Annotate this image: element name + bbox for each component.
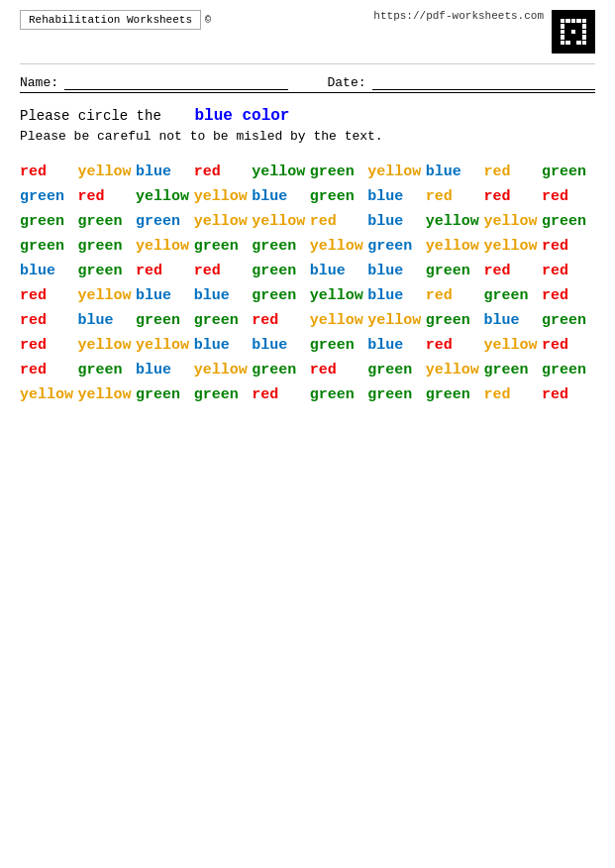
word-cell: yellow [310,287,363,304]
word-cell: red [78,188,132,205]
word-cell: red [483,263,537,279]
word-cell: yellow [310,312,363,329]
word-cell: green [310,163,363,180]
word-row: redyellowblueredyellowgreenyellowbluered… [20,162,595,182]
word-cell: red [542,337,595,354]
word-cell: red [20,287,73,304]
word-cell: green [20,238,73,255]
word-cell: blue [136,287,189,304]
word-cell: green [252,238,305,255]
word-cell: yellow [194,188,248,205]
word-cell: red [426,287,479,304]
website-url: https://pdf-worksheets.com [373,10,544,22]
word-cell: red [194,163,248,180]
word-cell: red [252,386,305,403]
word-cell: green [426,386,479,403]
word-cell: red [483,188,537,205]
word-cell: red [542,263,595,279]
word-cell: green [367,362,421,379]
qr-code [552,10,595,54]
word-cell: blue [367,188,421,205]
word-cell: yellow [252,213,305,230]
word-row: redyellowyellowbluebluegreenblueredyello… [20,335,595,356]
word-cell: green [194,238,248,255]
word-cell: blue [367,213,421,230]
name-label: Name: [20,75,58,90]
word-cell: green [367,238,421,255]
word-cell: red [136,263,189,279]
word-cell: green [252,263,305,279]
word-cell: green [483,287,537,304]
word-cell: blue [136,163,189,180]
word-row: bluegreenredredgreenbluebluegreenredred [20,261,595,281]
word-cell: green [20,188,73,205]
word-cell: green [542,213,595,230]
word-cell: blue [483,312,537,329]
brand-label: Rehabilitation Worksheets [29,14,192,26]
word-cell: green [78,213,132,230]
date-input-line[interactable] [372,74,595,90]
word-row: greenredyellowyellowbluegreenblueredredr… [20,186,595,207]
word-cell: green [78,238,132,255]
word-cell: blue [367,337,421,354]
word-cell: yellow [483,238,537,255]
word-cell: green [310,386,363,403]
word-cell: red [542,188,595,205]
word-cell: red [20,362,73,379]
date-field: Date: [328,74,596,90]
word-cell: red [252,312,305,329]
page-header: Rehabilitation Worksheets © https://pdf-… [20,10,595,54]
brand-box: Rehabilitation Worksheets [20,10,201,30]
word-cell: blue [194,287,248,304]
word-row: greengreengreenyellowyellowredblueyellow… [20,211,595,232]
word-cell: yellow [483,213,537,230]
word-cell: green [310,337,363,354]
word-cell: green [367,386,421,403]
instruction-line2: Please be careful not to be misled by th… [20,129,595,144]
word-cell: red [20,337,73,354]
word-cell: green [78,263,132,279]
word-cell: green [542,362,595,379]
word-cell: green [252,287,305,304]
word-cell: red [20,163,73,180]
word-cell: green [426,312,479,329]
word-cell: red [483,163,537,180]
word-cell: yellow [78,386,132,403]
word-cell: red [483,386,537,403]
word-cell: yellow [136,337,189,354]
word-cell: yellow [136,188,189,205]
name-input-line[interactable] [64,74,287,90]
word-cell: green [483,362,537,379]
word-cell: yellow [367,312,421,329]
word-row: redbluegreengreenredyellowyellowgreenblu… [20,310,595,331]
word-cell: yellow [78,287,132,304]
word-cell: red [426,337,479,354]
highlight-word: blue color [194,107,289,125]
word-cell: green [542,163,595,180]
word-cell: red [20,312,73,329]
header-right: https://pdf-worksheets.com [373,10,595,54]
word-cell: yellow [426,362,479,379]
word-cell: yellow [194,213,248,230]
name-field: Name: [20,74,288,90]
word-cell: blue [252,188,305,205]
copyright-symbol: © [205,15,211,26]
word-cell: red [310,362,363,379]
word-cell: yellow [252,163,305,180]
word-cell: green [136,312,189,329]
word-cell: blue [426,163,479,180]
word-cell: red [542,238,595,255]
word-cell: blue [20,263,73,279]
word-cell: red [542,386,595,403]
word-cell: green [194,386,248,403]
instructions-block: Please circle the blue color Please be c… [20,107,595,144]
word-cell: yellow [20,386,73,403]
word-cell: green [252,362,305,379]
word-cell: blue [310,263,363,279]
name-date-row: Name: Date: [20,74,595,93]
word-cell: blue [367,287,421,304]
word-cell: yellow [310,238,363,255]
word-grid: redyellowblueredyellowgreenyellowbluered… [20,162,595,405]
word-cell: yellow [367,163,421,180]
word-cell: blue [194,337,248,354]
